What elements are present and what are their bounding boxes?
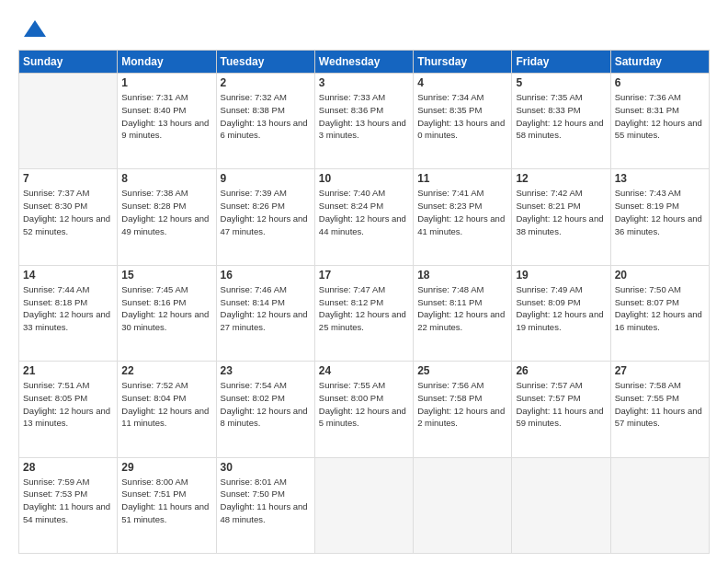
sunrise: Sunrise: 7:56 AM — [417, 380, 483, 390]
day-header: Monday — [118, 51, 216, 74]
day-info: Sunrise: 7:44 AMSunset: 8:18 PMDaylight:… — [23, 283, 113, 334]
sunrise: Sunrise: 7:47 AM — [319, 284, 385, 294]
calendar-cell: 25Sunrise: 7:56 AMSunset: 7:58 PMDayligh… — [414, 362, 512, 457]
sunset: Sunset: 8:28 PM — [121, 201, 186, 211]
calendar-cell: 24Sunrise: 7:55 AMSunset: 8:00 PMDayligh… — [314, 362, 413, 457]
day-info: Sunrise: 7:35 AMSunset: 8:33 PMDaylight:… — [516, 91, 606, 142]
daylight: Daylight: 12 hours and 33 minutes. — [23, 309, 110, 332]
calendar-cell: 18Sunrise: 7:48 AMSunset: 8:11 PMDayligh… — [414, 265, 512, 361]
daylight: Daylight: 12 hours and 44 minutes. — [319, 213, 406, 236]
sunrise: Sunrise: 7:41 AM — [417, 188, 483, 198]
sunset: Sunset: 8:02 PM — [221, 393, 285, 403]
calendar-cell: 11Sunrise: 7:41 AMSunset: 8:23 PMDayligh… — [414, 169, 512, 265]
sunrise: Sunrise: 7:59 AM — [23, 477, 89, 487]
day-info: Sunrise: 7:41 AMSunset: 8:23 PMDaylight:… — [417, 187, 507, 237]
daylight: Daylight: 12 hours and 41 minutes. — [417, 213, 505, 236]
calendar-cell: 12Sunrise: 7:42 AMSunset: 8:21 PMDayligh… — [512, 169, 610, 265]
day-info: Sunrise: 7:48 AMSunset: 8:11 PMDaylight:… — [417, 283, 507, 334]
sunrise: Sunrise: 7:46 AM — [221, 284, 287, 294]
daylight: Daylight: 12 hours and 30 minutes. — [121, 309, 209, 332]
day-info: Sunrise: 7:51 AMSunset: 8:05 PMDaylight:… — [23, 379, 113, 430]
calendar-row: 14Sunrise: 7:44 AMSunset: 8:18 PMDayligh… — [19, 265, 710, 361]
day-info: Sunrise: 7:33 AMSunset: 8:36 PMDaylight:… — [319, 91, 409, 142]
logo-icon — [22, 17, 48, 42]
day-info: Sunrise: 7:43 AMSunset: 8:19 PMDaylight:… — [615, 187, 705, 237]
day-number: 18 — [417, 269, 507, 282]
logo — [18, 17, 48, 42]
daylight: Daylight: 12 hours and 22 minutes. — [417, 309, 505, 332]
day-number: 17 — [319, 269, 409, 282]
sunrise: Sunrise: 7:51 AM — [23, 380, 89, 390]
day-info: Sunrise: 7:37 AMSunset: 8:30 PMDaylight:… — [23, 187, 113, 237]
sunrise: Sunrise: 7:40 AM — [319, 188, 385, 198]
day-info: Sunrise: 7:54 AMSunset: 8:02 PMDaylight:… — [221, 379, 311, 430]
sunset: Sunset: 8:26 PM — [221, 201, 285, 211]
day-header: Sunday — [19, 51, 118, 74]
sunrise: Sunrise: 7:42 AM — [516, 188, 582, 198]
day-number: 8 — [121, 172, 211, 185]
daylight: Daylight: 13 hours and 6 minutes. — [221, 118, 308, 141]
calendar: SundayMondayTuesdayWednesdayThursdayFrid… — [18, 50, 710, 554]
daylight: Daylight: 13 hours and 3 minutes. — [319, 118, 406, 141]
calendar-cell: 28Sunrise: 7:59 AMSunset: 7:53 PMDayligh… — [19, 457, 118, 553]
day-info: Sunrise: 7:56 AMSunset: 7:58 PMDaylight:… — [417, 379, 507, 430]
day-number: 30 — [221, 461, 311, 474]
sunrise: Sunrise: 7:54 AM — [221, 380, 287, 390]
day-number: 5 — [516, 76, 606, 89]
sunrise: Sunrise: 7:49 AM — [516, 284, 582, 294]
daylight: Daylight: 12 hours and 58 minutes. — [516, 118, 603, 141]
day-info: Sunrise: 7:38 AMSunset: 8:28 PMDaylight:… — [121, 187, 211, 237]
sunset: Sunset: 8:31 PM — [615, 105, 679, 115]
sunset: Sunset: 8:00 PM — [319, 393, 383, 403]
sunrise: Sunrise: 7:43 AM — [615, 188, 681, 198]
day-number: 13 — [615, 172, 705, 185]
day-info: Sunrise: 7:58 AMSunset: 7:55 PMDaylight:… — [615, 379, 705, 430]
day-number: 19 — [516, 269, 606, 282]
day-info: Sunrise: 8:01 AMSunset: 7:50 PMDaylight:… — [221, 476, 311, 526]
sunset: Sunset: 7:58 PM — [417, 393, 482, 403]
calendar-cell: 3Sunrise: 7:33 AMSunset: 8:36 PMDaylight… — [314, 74, 413, 169]
calendar-cell: 2Sunrise: 7:32 AMSunset: 8:38 PMDaylight… — [216, 74, 314, 169]
day-number: 3 — [319, 76, 409, 89]
day-number: 11 — [417, 172, 507, 185]
calendar-cell: 5Sunrise: 7:35 AMSunset: 8:33 PMDaylight… — [512, 74, 610, 169]
sunset: Sunset: 8:05 PM — [23, 393, 87, 403]
sunrise: Sunrise: 7:35 AM — [516, 92, 582, 102]
sunset: Sunset: 8:04 PM — [121, 393, 186, 403]
sunset: Sunset: 7:53 PM — [23, 488, 87, 499]
sunset: Sunset: 8:30 PM — [23, 201, 87, 211]
sunset: Sunset: 8:23 PM — [417, 201, 482, 211]
day-number: 10 — [319, 172, 409, 185]
calendar-cell: 26Sunrise: 7:57 AMSunset: 7:57 PMDayligh… — [512, 362, 610, 457]
daylight: Daylight: 11 hours and 48 minutes. — [221, 501, 308, 524]
day-number: 12 — [516, 172, 606, 185]
day-info: Sunrise: 8:00 AMSunset: 7:51 PMDaylight:… — [121, 476, 211, 526]
sunrise: Sunrise: 7:55 AM — [319, 380, 385, 390]
sunset: Sunset: 8:21 PM — [516, 201, 580, 211]
day-header: Wednesday — [314, 51, 413, 74]
day-number: 1 — [121, 76, 211, 89]
page: SundayMondayTuesdayWednesdayThursdayFrid… — [0, 0, 728, 563]
day-info: Sunrise: 7:42 AMSunset: 8:21 PMDaylight:… — [516, 187, 606, 237]
day-info: Sunrise: 7:55 AMSunset: 8:00 PMDaylight:… — [319, 379, 409, 430]
calendar-cell — [414, 457, 512, 553]
daylight: Daylight: 12 hours and 38 minutes. — [516, 213, 603, 236]
svg-marker-0 — [24, 20, 46, 37]
sunrise: Sunrise: 7:34 AM — [417, 92, 483, 102]
day-header: Thursday — [414, 51, 512, 74]
day-number: 21 — [23, 364, 113, 377]
daylight: Daylight: 12 hours and 8 minutes. — [221, 406, 308, 429]
day-number: 7 — [23, 172, 113, 185]
calendar-cell: 6Sunrise: 7:36 AMSunset: 8:31 PMDaylight… — [610, 74, 709, 169]
calendar-cell: 23Sunrise: 7:54 AMSunset: 8:02 PMDayligh… — [216, 362, 314, 457]
sunset: Sunset: 7:55 PM — [615, 393, 679, 403]
sunset: Sunset: 8:40 PM — [121, 105, 186, 115]
day-info: Sunrise: 7:46 AMSunset: 8:14 PMDaylight:… — [221, 283, 311, 334]
day-number: 6 — [615, 76, 705, 89]
calendar-cell: 30Sunrise: 8:01 AMSunset: 7:50 PMDayligh… — [216, 457, 314, 553]
calendar-cell: 16Sunrise: 7:46 AMSunset: 8:14 PMDayligh… — [216, 265, 314, 361]
sunset: Sunset: 8:14 PM — [221, 297, 285, 307]
daylight: Daylight: 12 hours and 2 minutes. — [417, 406, 505, 429]
sunrise: Sunrise: 7:37 AM — [23, 188, 89, 198]
calendar-cell — [610, 457, 709, 553]
